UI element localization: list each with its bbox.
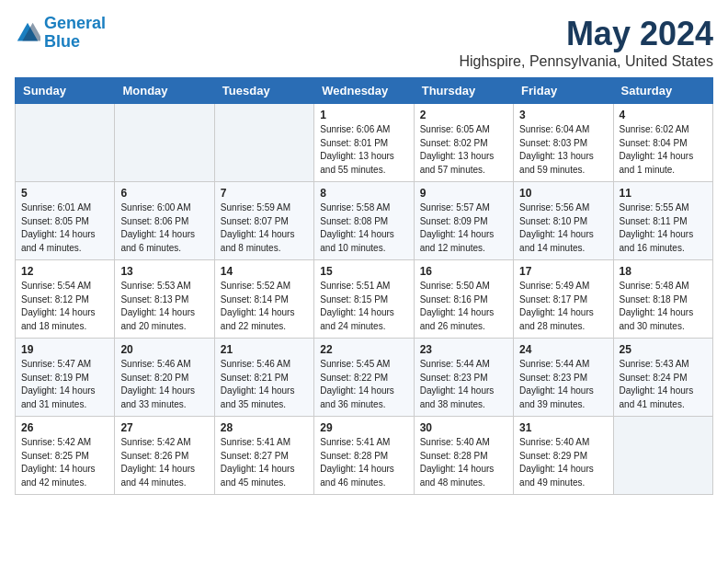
calendar-cell: 14Sunrise: 5:52 AMSunset: 8:14 PMDayligh… xyxy=(214,260,313,339)
day-info: Sunrise: 5:44 AMSunset: 8:23 PMDaylight:… xyxy=(519,358,607,411)
day-info: Sunrise: 5:55 AMSunset: 8:11 PMDaylight:… xyxy=(620,201,707,255)
day-info: Sunrise: 5:48 AMSunset: 8:18 PMDaylight:… xyxy=(620,280,707,333)
day-info: Sunrise: 5:54 AMSunset: 8:12 PMDaylight:… xyxy=(21,280,108,333)
day-number: 3 xyxy=(519,109,607,121)
day-number: 24 xyxy=(519,343,607,356)
month-title: May 2024 xyxy=(459,15,713,53)
day-number: 30 xyxy=(420,421,507,434)
calendar-table: SundayMondayTuesdayWednesdayThursdayFrid… xyxy=(15,77,713,495)
weekday-header-sunday: Sunday xyxy=(16,78,115,104)
logo: General Blue xyxy=(15,15,106,52)
calendar-cell: 30Sunrise: 5:40 AMSunset: 8:28 PMDayligh… xyxy=(414,417,513,495)
day-number: 25 xyxy=(620,343,707,356)
calendar-cell xyxy=(613,417,712,495)
day-info: Sunrise: 6:04 AMSunset: 8:03 PMDaylight:… xyxy=(519,123,607,177)
calendar-cell: 12Sunrise: 5:54 AMSunset: 8:12 PMDayligh… xyxy=(16,260,115,339)
calendar-cell: 31Sunrise: 5:40 AMSunset: 8:29 PMDayligh… xyxy=(514,417,613,495)
calendar-cell xyxy=(214,104,313,182)
day-info: Sunrise: 5:42 AMSunset: 8:25 PMDaylight:… xyxy=(21,436,108,489)
day-info: Sunrise: 6:00 AMSunset: 8:06 PMDaylight:… xyxy=(120,201,208,255)
day-number: 6 xyxy=(120,187,208,200)
day-number: 8 xyxy=(320,187,407,200)
calendar-cell: 24Sunrise: 5:44 AMSunset: 8:23 PMDayligh… xyxy=(514,339,613,417)
day-number: 17 xyxy=(519,265,607,278)
day-info: Sunrise: 5:57 AMSunset: 8:09 PMDaylight:… xyxy=(420,201,507,255)
day-info: Sunrise: 5:53 AMSunset: 8:13 PMDaylight:… xyxy=(120,280,208,333)
calendar-cell: 29Sunrise: 5:41 AMSunset: 8:28 PMDayligh… xyxy=(314,417,414,495)
day-number: 27 xyxy=(120,421,208,434)
calendar-cell: 7Sunrise: 5:59 AMSunset: 8:07 PMDaylight… xyxy=(214,182,313,260)
calendar-cell: 6Sunrise: 6:00 AMSunset: 8:06 PMDaylight… xyxy=(115,182,214,260)
calendar-cell: 2Sunrise: 6:05 AMSunset: 8:02 PMDaylight… xyxy=(414,104,513,182)
calendar-cell: 26Sunrise: 5:42 AMSunset: 8:25 PMDayligh… xyxy=(16,417,115,495)
calendar-cell: 16Sunrise: 5:50 AMSunset: 8:16 PMDayligh… xyxy=(414,260,513,339)
calendar-week-4: 19Sunrise: 5:47 AMSunset: 8:19 PMDayligh… xyxy=(16,339,713,417)
calendar-week-1: 1Sunrise: 6:06 AMSunset: 8:01 PMDaylight… xyxy=(16,104,713,182)
day-number: 29 xyxy=(320,421,407,434)
calendar-week-2: 5Sunrise: 6:01 AMSunset: 8:05 PMDaylight… xyxy=(16,182,713,260)
day-number: 10 xyxy=(519,187,607,200)
day-info: Sunrise: 5:47 AMSunset: 8:19 PMDaylight:… xyxy=(21,358,108,411)
day-number: 13 xyxy=(120,265,208,278)
day-number: 15 xyxy=(320,265,407,278)
day-info: Sunrise: 5:41 AMSunset: 8:28 PMDaylight:… xyxy=(320,436,407,489)
day-info: Sunrise: 5:49 AMSunset: 8:17 PMDaylight:… xyxy=(519,280,607,333)
day-number: 26 xyxy=(21,421,108,434)
calendar-cell: 28Sunrise: 5:41 AMSunset: 8:27 PMDayligh… xyxy=(214,417,313,495)
day-info: Sunrise: 5:40 AMSunset: 8:28 PMDaylight:… xyxy=(420,436,507,489)
day-number: 7 xyxy=(221,187,308,200)
day-number: 31 xyxy=(519,421,607,434)
calendar-cell: 25Sunrise: 5:43 AMSunset: 8:24 PMDayligh… xyxy=(613,339,712,417)
day-number: 4 xyxy=(620,109,707,121)
weekday-header-wednesday: Wednesday xyxy=(314,78,414,104)
weekday-header-thursday: Thursday xyxy=(414,78,513,104)
day-number: 11 xyxy=(620,187,707,200)
weekday-header-friday: Friday xyxy=(514,78,613,104)
day-info: Sunrise: 5:44 AMSunset: 8:23 PMDaylight:… xyxy=(420,358,507,411)
logo-icon xyxy=(15,20,40,46)
calendar-cell: 5Sunrise: 6:01 AMSunset: 8:05 PMDaylight… xyxy=(16,182,115,260)
day-number: 28 xyxy=(221,421,308,434)
day-info: Sunrise: 6:06 AMSunset: 8:01 PMDaylight:… xyxy=(320,123,407,177)
day-number: 16 xyxy=(420,265,507,278)
day-info: Sunrise: 5:40 AMSunset: 8:29 PMDaylight:… xyxy=(519,436,607,489)
calendar-cell xyxy=(16,104,115,182)
page-header: General Blue May 2024 Highspire, Pennsyl… xyxy=(15,15,713,70)
weekday-header-row: SundayMondayTuesdayWednesdayThursdayFrid… xyxy=(16,78,713,104)
day-info: Sunrise: 6:01 AMSunset: 8:05 PMDaylight:… xyxy=(21,201,108,255)
day-number: 2 xyxy=(420,109,507,121)
day-number: 9 xyxy=(420,187,507,200)
day-info: Sunrise: 5:56 AMSunset: 8:10 PMDaylight:… xyxy=(519,201,607,255)
calendar-cell: 13Sunrise: 5:53 AMSunset: 8:13 PMDayligh… xyxy=(115,260,214,339)
day-info: Sunrise: 5:51 AMSunset: 8:15 PMDaylight:… xyxy=(320,280,407,333)
calendar-cell: 3Sunrise: 6:04 AMSunset: 8:03 PMDaylight… xyxy=(514,104,613,182)
calendar-cell: 17Sunrise: 5:49 AMSunset: 8:17 PMDayligh… xyxy=(514,260,613,339)
calendar-cell: 23Sunrise: 5:44 AMSunset: 8:23 PMDayligh… xyxy=(414,339,513,417)
calendar-cell: 9Sunrise: 5:57 AMSunset: 8:09 PMDaylight… xyxy=(414,182,513,260)
location: Highspire, Pennsylvania, United States xyxy=(459,53,713,70)
day-info: Sunrise: 6:05 AMSunset: 8:02 PMDaylight:… xyxy=(420,123,507,177)
calendar-cell: 1Sunrise: 6:06 AMSunset: 8:01 PMDaylight… xyxy=(314,104,414,182)
day-info: Sunrise: 5:43 AMSunset: 8:24 PMDaylight:… xyxy=(620,358,707,411)
day-number: 14 xyxy=(221,265,308,278)
calendar-cell: 27Sunrise: 5:42 AMSunset: 8:26 PMDayligh… xyxy=(115,417,214,495)
day-info: Sunrise: 5:52 AMSunset: 8:14 PMDaylight:… xyxy=(221,280,308,333)
calendar-cell: 20Sunrise: 5:46 AMSunset: 8:20 PMDayligh… xyxy=(115,339,214,417)
calendar-cell: 8Sunrise: 5:58 AMSunset: 8:08 PMDaylight… xyxy=(314,182,414,260)
logo-text: General Blue xyxy=(44,15,106,52)
day-info: Sunrise: 5:46 AMSunset: 8:21 PMDaylight:… xyxy=(221,358,308,411)
day-info: Sunrise: 5:50 AMSunset: 8:16 PMDaylight:… xyxy=(420,280,507,333)
calendar-cell: 19Sunrise: 5:47 AMSunset: 8:19 PMDayligh… xyxy=(16,339,115,417)
calendar-cell: 4Sunrise: 6:02 AMSunset: 8:04 PMDaylight… xyxy=(613,104,712,182)
day-number: 19 xyxy=(21,343,108,356)
day-info: Sunrise: 5:46 AMSunset: 8:20 PMDaylight:… xyxy=(120,358,208,411)
day-number: 21 xyxy=(221,343,308,356)
day-info: Sunrise: 5:41 AMSunset: 8:27 PMDaylight:… xyxy=(221,436,308,489)
title-block: May 2024 Highspire, Pennsylvania, United… xyxy=(459,15,713,70)
day-number: 12 xyxy=(21,265,108,278)
weekday-header-saturday: Saturday xyxy=(613,78,712,104)
day-info: Sunrise: 5:58 AMSunset: 8:08 PMDaylight:… xyxy=(320,201,407,255)
day-number: 5 xyxy=(21,187,108,200)
day-info: Sunrise: 5:42 AMSunset: 8:26 PMDaylight:… xyxy=(120,436,208,489)
calendar-week-3: 12Sunrise: 5:54 AMSunset: 8:12 PMDayligh… xyxy=(16,260,713,339)
